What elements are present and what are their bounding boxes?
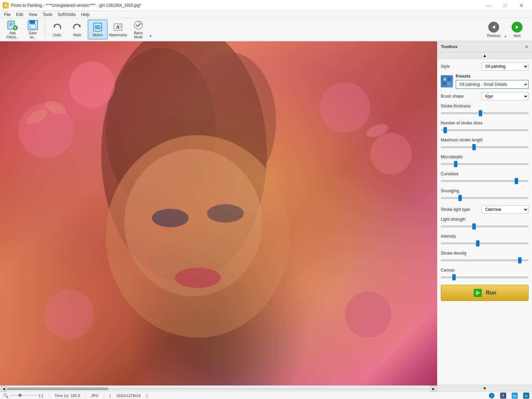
menu-item-file[interactable]: File [1, 12, 13, 18]
dimensions-label: ( [110, 394, 111, 398]
stroke-thickness-row: Stroke thickness [441, 104, 529, 117]
microdetails-row: Microdetails [441, 155, 529, 167]
time-label: Time (s): [55, 394, 69, 398]
toolbar-separator-1 [45, 21, 45, 38]
svg-rect-10 [31, 25, 35, 27]
stroke-thickness-slider[interactable] [441, 110, 529, 117]
scroll-down-icon: ▼ [483, 386, 487, 391]
zoom-label: 1:1 [38, 394, 43, 398]
zoom-slider[interactable] [10, 393, 37, 398]
share-facebook[interactable]: f [500, 393, 506, 399]
stroke-sizes-slider[interactable] [441, 127, 529, 134]
nav-buttons: Previous ▼ Next [484, 19, 527, 40]
nav-dropdown-arrow[interactable]: ▼ [504, 35, 507, 38]
sketch-button[interactable]: Sketch [88, 20, 107, 39]
presets-row: Presets Oil painting - Small Details Oil… [441, 74, 529, 89]
style-select[interactable]: Oil painting Watercolor Pencil sketch [481, 62, 529, 71]
style-row: Style Oil painting Watercolor Pencil ske… [441, 62, 529, 71]
canvas-area[interactable] [0, 41, 437, 385]
close-button[interactable]: ✕ [514, 0, 529, 11]
share-linkedin[interactable]: in [523, 393, 529, 399]
intensity-slider[interactable] [441, 240, 529, 247]
menu-item-softorbits[interactable]: SoftOrbits [55, 12, 78, 18]
brush-shape-select[interactable]: Круг Квадрат Линия [481, 92, 529, 100]
next-label: Next [514, 34, 521, 38]
microdetails-slider[interactable] [441, 161, 529, 167]
svg-point-52 [18, 394, 22, 397]
maximize-button[interactable]: □ [497, 0, 513, 11]
toolbar-more[interactable]: ▼ [149, 34, 152, 38]
curvature-row: Curvature [441, 172, 529, 184]
svg-text:in: in [525, 394, 528, 398]
share-twitter[interactable]: tw [512, 393, 518, 399]
run-button[interactable]: Run [441, 285, 529, 301]
toolbox-title: Toolbox [441, 44, 458, 49]
horizontal-scrollbar[interactable]: ◀ ▶ [0, 385, 437, 392]
info-icon[interactable]: i [489, 393, 495, 399]
curvature-slider[interactable] [441, 178, 529, 184]
menu-item-tools[interactable]: Tools [40, 12, 55, 18]
sketch-icon [92, 22, 103, 33]
menu-bar: FileEditViewToolsSoftOrbitsHelp [0, 11, 532, 18]
watermarks-button[interactable]: A Watermarks [108, 20, 128, 39]
app-title: Photo to Painting - ****Unregistered ver… [11, 3, 141, 8]
max-stroke-length-label: Maximum stroke length [441, 138, 529, 142]
stroke-light-select[interactable]: Светлое Тёмное Нет [481, 205, 529, 214]
status-sep-2 [85, 393, 86, 398]
max-stroke-length-row: Maximum stroke length [441, 138, 529, 151]
stroke-sizes-row: Number of stroke sizes [441, 121, 529, 134]
stroke-density-row: Stroke density [441, 251, 529, 264]
watermarks-icon: A [113, 22, 123, 33]
undo-button[interactable]: Undo [47, 20, 67, 39]
menu-item-view[interactable]: View [26, 12, 40, 18]
title-bar: 🖼 Photo to Painting - ****Unregistered v… [0, 0, 532, 11]
status-sep-3 [104, 393, 104, 398]
zoom-out-icon[interactable]: 🔍 [3, 393, 8, 398]
add-file-label: AddFile(s)... [6, 31, 19, 39]
redo-label: Redo [73, 33, 81, 37]
presets-icon [441, 75, 453, 87]
canvas-row: Canvas [441, 268, 529, 281]
intensity-label: Intensity [441, 234, 529, 239]
next-button[interactable]: Next [508, 19, 527, 40]
menu-item-edit[interactable]: Edit [13, 12, 26, 18]
dimensions-close: ) [146, 394, 147, 398]
previous-icon [488, 22, 499, 33]
svg-marker-24 [492, 25, 495, 29]
watermarks-label: Watermarks [109, 33, 127, 37]
batch-mode-button[interactable]: BatchMode [129, 20, 148, 39]
stroke-density-slider[interactable] [441, 257, 529, 264]
svg-point-35 [69, 62, 115, 108]
smudging-slider[interactable] [441, 195, 529, 201]
main-content: ◀ ▶ Toolbox ✕ ▲ Style Oil painting [0, 41, 532, 392]
previous-button[interactable]: Previous [484, 19, 503, 40]
svg-point-38 [345, 292, 391, 338]
format-label: JPG [91, 394, 98, 398]
toolbox-header: Toolbox ✕ [437, 41, 532, 52]
time-info: Time (s): 182.9 [55, 394, 80, 398]
toolbox-close-button[interactable]: ✕ [525, 44, 529, 49]
redo-button[interactable]: Redo [67, 20, 87, 39]
minimize-button[interactable]: — [481, 0, 497, 11]
svg-point-33 [175, 268, 221, 288]
scroll-track-h[interactable] [7, 387, 430, 390]
max-stroke-length-slider[interactable] [441, 144, 529, 151]
add-file-icon [7, 20, 18, 31]
next-icon [512, 22, 523, 33]
microdetails-label: Microdetails [441, 155, 529, 159]
light-strength-slider[interactable] [441, 223, 529, 230]
presets-select[interactable]: Oil painting - Small Details Oil paintin… [456, 80, 529, 89]
toolbox-scroll-up[interactable]: ▲ [437, 52, 532, 59]
canvas-slider[interactable] [441, 274, 529, 281]
save-as-button[interactable]: Saveas... [23, 20, 43, 39]
intensity-row: Intensity [441, 234, 529, 247]
toolbox-scroll-down[interactable]: ▼ [437, 385, 532, 392]
add-file-button[interactable]: AddFile(s)... [3, 20, 22, 39]
app-icon: 🖼 [3, 2, 9, 8]
toolbar: AddFile(s)... Saveas... Undo [0, 18, 532, 41]
menu-item-help[interactable]: Help [78, 12, 92, 18]
time-value: 182.9 [71, 394, 80, 398]
status-bar: 🔍 1:1 Time (s): 182.9 JPG ( 1920x1278x24… [0, 392, 532, 399]
toolbox-content: Style Oil painting Watercolor Pencil ske… [437, 59, 532, 385]
svg-marker-25 [516, 25, 518, 29]
